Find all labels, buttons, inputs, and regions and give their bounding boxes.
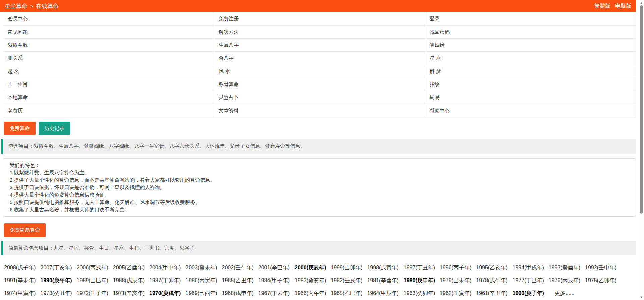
page: 星尘算命 > 在线算命 繁體版 电脑版 会员中心免费注册登录常见问题解灾方法找回… — [0, 0, 636, 300]
year-link[interactable]: 1994(甲戌年) — [513, 265, 544, 270]
year-link[interactable]: 1974(甲寅年) — [4, 290, 36, 296]
year-link[interactable]: 2008(戊子年) — [4, 265, 36, 270]
year-link[interactable]: 1990(庚午年) — [40, 277, 72, 283]
year-link[interactable]: 1969(己酉年) — [185, 290, 217, 296]
year-link[interactable]: 1975(乙卯年) — [585, 277, 616, 283]
year-link[interactable]: 1963(癸卯年) — [404, 290, 435, 296]
breadcrumb-current-link[interactable]: 在线算命 — [36, 2, 59, 10]
nav-table-row: 十二生肖称骨算命指纹 — [3, 78, 636, 91]
year-link[interactable]: 1992(壬申年) — [585, 265, 616, 270]
traditional-version-link[interactable]: 繁體版 — [594, 3, 610, 10]
nav-link[interactable]: 免费注册 — [214, 12, 425, 26]
nav-link[interactable]: 常见问题 — [3, 26, 214, 39]
year-link[interactable]: 1998(戊寅年) — [367, 265, 399, 270]
breadcrumb-separator: > — [30, 3, 33, 9]
breadcrumb-home-link[interactable]: 星尘算命 — [5, 2, 28, 10]
free-fortune-button[interactable]: 免费算命 — [4, 122, 36, 135]
desktop-version-link[interactable]: 电脑版 — [615, 3, 631, 10]
nav-link[interactable]: 测关系 — [3, 52, 214, 65]
year-link[interactable]: 2003(癸未年) — [185, 265, 217, 270]
scrollbar[interactable]: ▲ ▼ — [639, 0, 644, 300]
more-years-link[interactable]: 更多...... — [555, 290, 575, 296]
year-link[interactable]: 1991(辛未年) — [4, 277, 36, 283]
nav-table-row: 紫微斗数生辰八字算姻缘 — [3, 39, 636, 52]
year-link[interactable]: 1978(戊午年) — [476, 277, 507, 283]
action-buttons-row: 免费算命 历史记录 — [4, 122, 636, 135]
nav-link[interactable]: 解 梦 — [425, 65, 636, 78]
nav-link[interactable]: 星 座 — [425, 52, 636, 65]
nav-table: 会员中心免费注册登录常见问题解灾方法找回密码紫微斗数生辰八字算姻缘测关系合八字星… — [3, 12, 636, 117]
nav-link[interactable]: 生辰八字 — [214, 39, 425, 52]
year-link[interactable]: 1989(己巳年) — [77, 277, 108, 283]
year-link[interactable]: 2005(乙酉年) — [113, 265, 145, 270]
year-link[interactable]: 1970(庚戌年) — [149, 290, 181, 296]
nav-link[interactable]: 找回密码 — [425, 26, 636, 39]
simple-included-items-text: 简易算命包含项目：九星、星宿、称骨、生日、星座、生肖、三世书、宫度、鬼谷子 — [8, 245, 195, 251]
nav-table-row: 会员中心免费注册登录 — [3, 12, 636, 26]
nav-link[interactable]: 指纹 — [425, 78, 636, 91]
nav-link[interactable]: 十二生肖 — [3, 78, 214, 91]
year-link[interactable]: 1985(乙丑年) — [222, 277, 254, 283]
nav-link[interactable]: 灵签占卜 — [214, 91, 425, 104]
included-items-text: 包含项目：紫微斗数、生辰八字、紫微姻缘、八字姻缘、八字一生富贵、八字六亲关系、大… — [8, 143, 305, 149]
year-link[interactable]: 1999(己卯年) — [331, 265, 362, 270]
nav-table-row: 起 名风 水解 梦 — [3, 65, 636, 78]
nav-link[interactable]: 周易 — [425, 91, 636, 104]
nav-table-row: 常见问题解灾方法找回密码 — [3, 26, 636, 39]
nav-link[interactable]: 紫微斗数 — [3, 39, 214, 52]
year-link[interactable]: 1976(丙辰年) — [549, 277, 580, 283]
year-link[interactable]: 1973(癸丑年) — [40, 290, 72, 296]
year-link[interactable]: 1984(甲子年) — [258, 277, 290, 283]
year-link[interactable]: 1988(戊辰年) — [113, 277, 145, 283]
year-link[interactable]: 1981(辛酉年) — [367, 277, 399, 283]
year-link[interactable]: 1965(乙巳年) — [331, 290, 362, 296]
feature-line: 5.按照口诀提供纯电脑推算服务，无人工算命、化灾解难、风水调节等后续收费服务。 — [10, 199, 629, 206]
year-link[interactable]: 1966(丙午年) — [294, 290, 326, 296]
year-link[interactable]: 1961(辛丑年) — [476, 290, 507, 296]
year-link[interactable]: 1967(丁未年) — [258, 290, 290, 296]
nav-link[interactable]: 算姻缘 — [425, 39, 636, 52]
scroll-down-icon[interactable]: ▼ — [639, 295, 644, 300]
year-link[interactable]: 2006(丙戌年) — [77, 265, 108, 270]
breadcrumb: 星尘算命 > 在线算命 — [5, 2, 59, 10]
year-link[interactable]: 2007(丁亥年) — [40, 265, 72, 270]
year-link[interactable]: 1964(甲辰年) — [367, 290, 399, 296]
nav-link[interactable]: 帮助中心 — [425, 104, 636, 117]
year-link[interactable]: 2002(壬午年) — [222, 265, 254, 270]
nav-link[interactable]: 风 水 — [214, 65, 425, 78]
year-link[interactable]: 1983(癸亥年) — [294, 277, 326, 283]
nav-link[interactable]: 登录 — [425, 12, 636, 26]
nav-table-row: 本地算命灵签占卜周易 — [3, 91, 636, 104]
nav-link[interactable]: 会员中心 — [3, 12, 214, 26]
year-link[interactable]: 1986(丙寅年) — [185, 277, 217, 283]
year-link[interactable]: 1968(戊申年) — [222, 290, 254, 296]
nav-link[interactable]: 老黄历 — [3, 104, 214, 117]
scrollbar-thumb[interactable] — [640, 5, 643, 214]
year-link[interactable]: 1972(壬子年) — [77, 290, 108, 296]
nav-link[interactable]: 称骨算命 — [214, 78, 425, 91]
history-button[interactable]: 历史记录 — [39, 122, 70, 135]
year-link[interactable]: 2000(庚辰年) — [294, 265, 326, 270]
year-link[interactable]: 2004(甲申年) — [149, 265, 181, 270]
year-link[interactable]: 1962(壬寅年) — [440, 290, 471, 296]
year-link[interactable]: 1971(辛亥年) — [113, 290, 145, 296]
year-link[interactable]: 1995(乙亥年) — [476, 265, 507, 270]
year-link[interactable]: 1982(壬戌年) — [331, 277, 362, 283]
free-simple-fortune-button[interactable]: 免费简易算命 — [4, 223, 46, 237]
year-link[interactable]: 1979(己未年) — [440, 277, 471, 283]
nav-link[interactable]: 合八字 — [214, 52, 425, 65]
scroll-up-icon[interactable]: ▲ — [639, 0, 644, 5]
nav-link[interactable]: 解灾方法 — [214, 26, 425, 39]
year-link[interactable]: 1977(丁巳年) — [513, 277, 544, 283]
year-link[interactable]: 1996(丙子年) — [440, 265, 471, 270]
year-link[interactable]: 1980(庚申年) — [404, 277, 435, 283]
nav-link[interactable]: 文章资料 — [214, 104, 425, 117]
year-row: 1974(甲寅年)1973(癸丑年)1972(壬子年)1971(辛亥年)1970… — [4, 287, 636, 300]
nav-link[interactable]: 本地算命 — [3, 91, 214, 104]
year-link[interactable]: 1997(丁丑年) — [404, 265, 435, 270]
year-link[interactable]: 1960(庚子年) — [513, 290, 544, 296]
year-link[interactable]: 1987(丁卯年) — [149, 277, 181, 283]
year-link[interactable]: 1993(癸酉年) — [549, 265, 580, 270]
year-link[interactable]: 2001(辛巳年) — [258, 265, 290, 270]
nav-link[interactable]: 起 名 — [3, 65, 214, 78]
